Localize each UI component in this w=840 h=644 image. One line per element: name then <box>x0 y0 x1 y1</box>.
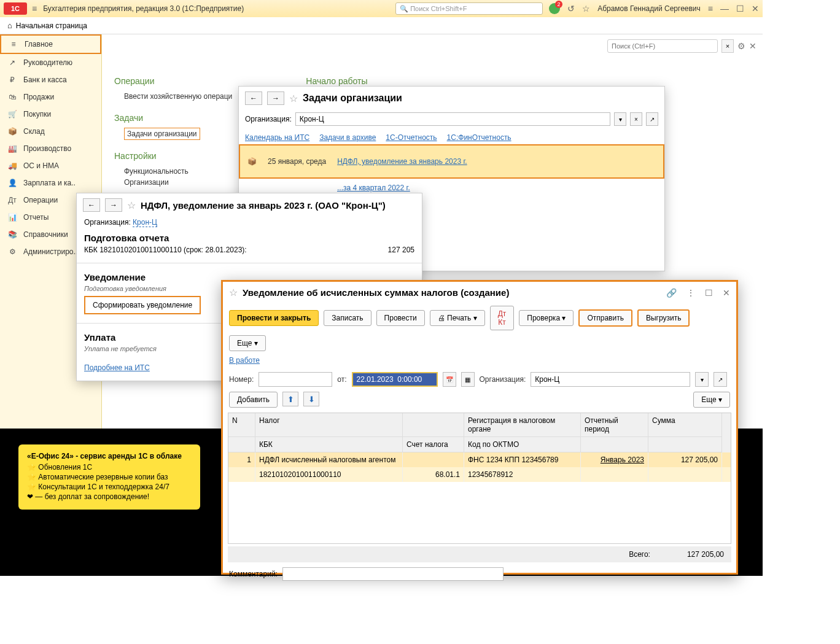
star-icon[interactable]: ☆ <box>582 4 590 14</box>
notifications-icon[interactable] <box>549 3 560 14</box>
section-settings: Настройки <box>114 151 232 161</box>
sidebar-item-bank[interactable]: ₽Банк и касса <box>0 71 101 88</box>
trend-icon: ↗ <box>7 58 17 67</box>
section-prep-title: Подготовка отчета <box>84 233 414 243</box>
clear-org-button[interactable]: × <box>630 112 642 126</box>
check-button[interactable]: Проверка ▾ <box>519 310 574 326</box>
link-its-calendar[interactable]: Календарь на ИТС <box>245 133 309 142</box>
link-organizations[interactable]: Организации <box>114 177 232 188</box>
link-icon[interactable]: 🔗 <box>666 288 677 298</box>
link-1c-fin-reporting[interactable]: 1С:ФинОтчетность <box>447 133 511 142</box>
date-input[interactable] <box>352 372 438 387</box>
maximize-icon[interactable]: ☐ <box>736 4 744 14</box>
more-table-button[interactable]: Еще ▾ <box>693 392 730 408</box>
hamburger-icon[interactable]: ≡ <box>32 4 37 14</box>
person-icon: 👤 <box>7 179 17 187</box>
org-link[interactable]: Крон-Ц <box>133 218 157 227</box>
export-button[interactable]: Выгрузить <box>637 309 690 327</box>
add-row-button[interactable]: Добавить <box>229 392 278 408</box>
forward-button[interactable]: → <box>105 198 122 212</box>
global-search-input[interactable]: 🔍 Поиск Ctrl+Shift+F <box>395 2 543 15</box>
sidebar-item-assets[interactable]: 🚚ОС и НМА <box>0 157 101 174</box>
history-icon[interactable]: ↺ <box>567 4 575 14</box>
sidebar-item-warehouse[interactable]: 📦Склад <box>0 123 101 140</box>
clear-search-button[interactable]: × <box>721 39 734 53</box>
number-input[interactable] <box>259 372 332 387</box>
close-page-icon[interactable]: ✕ <box>749 41 756 51</box>
link-archive-tasks[interactable]: Задачи в архиве <box>319 133 376 142</box>
save-button[interactable]: Записать <box>324 310 371 326</box>
total-label: Всего: <box>629 550 650 559</box>
kebab-icon[interactable]: ⋮ <box>686 288 695 298</box>
books-icon: 📚 <box>7 230 17 239</box>
post-close-button[interactable]: Провести и закрыть <box>229 310 319 326</box>
app-title: Бухгалтерия предприятия, редакция 3.0 (1… <box>43 4 395 13</box>
tax-table: N Налог Регистрация в налоговом органе О… <box>228 413 731 544</box>
dtkt-icon: Дт <box>7 196 17 204</box>
home-tab[interactable]: ⌂ Начальная страница <box>0 17 763 34</box>
section-start: Начало работы <box>306 76 367 86</box>
table-row[interactable]: 18210102010011000110 68.01.1 12345678912 <box>228 467 731 482</box>
favorite-icon[interactable]: ☆ <box>229 287 238 298</box>
gear-icon: ⚙ <box>7 247 17 256</box>
page-search-input[interactable] <box>607 39 718 53</box>
settings-icon[interactable]: ⚙ <box>737 41 745 51</box>
link-1c-reporting[interactable]: 1С-Отчетность <box>386 133 437 142</box>
move-up-button[interactable]: ⬆ <box>282 392 298 406</box>
maximize-icon[interactable]: ☐ <box>705 288 713 298</box>
print-button[interactable]: 🖨 Печать ▾ <box>430 310 485 326</box>
link-org-tasks[interactable]: Задачи организации <box>124 128 200 140</box>
amount-text: 127 205 <box>388 246 414 254</box>
panel2-title: НДФЛ, уведомление за январь 2023 г. (ОАО… <box>141 200 386 211</box>
link-enter-operation[interactable]: Ввести хозяйственную операци <box>114 91 232 102</box>
sidebar-item-manager[interactable]: ↗Руководителю <box>0 54 101 71</box>
dtkt-button[interactable]: ДтКт <box>490 306 515 330</box>
comment-input[interactable] <box>282 567 504 581</box>
link-functionality[interactable]: Функциональность <box>114 166 232 177</box>
sidebar-item-sales[interactable]: 🛍Продажи <box>0 88 101 106</box>
favorite-icon[interactable]: ☆ <box>127 200 136 211</box>
status-link[interactable]: В работе <box>229 356 260 365</box>
panel1-title: Задачи организации <box>303 93 402 104</box>
more-its-link[interactable]: Подробнее на ИТС <box>84 363 150 372</box>
username-label[interactable]: Абрамов Геннадий Сергеевич <box>597 4 701 13</box>
org-open-button[interactable]: ↗ <box>714 372 727 387</box>
period-button[interactable]: ▦ <box>461 372 475 387</box>
calendar-button[interactable]: 📅 <box>443 372 456 387</box>
back-button[interactable]: ← <box>245 91 262 105</box>
panel-create-notification: ☆ Уведомление об исчисленных суммах нало… <box>221 280 738 575</box>
favorite-icon[interactable]: ☆ <box>289 93 298 104</box>
org-input[interactable] <box>531 372 690 387</box>
total-value: 127 205,00 <box>687 550 724 559</box>
org-dropdown-button[interactable]: ▾ <box>695 372 709 387</box>
task-link-ndfl[interactable]: НДФЛ, уведомление за январь 2023 г. <box>337 157 467 166</box>
bag-icon: 🛍 <box>7 93 17 101</box>
close-icon[interactable]: ✕ <box>752 4 759 14</box>
forward-button[interactable]: → <box>267 91 284 105</box>
open-org-button[interactable]: ↗ <box>646 112 658 126</box>
kbk-text: КБК 18210102010011000110 (срок: 28.01.20… <box>84 246 247 254</box>
table-row[interactable]: 1 НДФЛ исчисленный налоговым агентом ФНС… <box>228 452 731 467</box>
task-row-highlighted[interactable]: 📦 25 января, среда НДФЛ, уведомление за … <box>239 144 664 179</box>
back-button[interactable]: ← <box>83 198 100 212</box>
chart-icon: 📊 <box>7 213 17 222</box>
promo-box: «Е-Офис 24» - сервис аренды 1С в облаке … <box>18 444 200 510</box>
list-icon: ≡ <box>9 40 18 48</box>
sidebar-item-salary[interactable]: 👤Зарплата и ка.. <box>0 174 101 192</box>
post-button[interactable]: Провести <box>376 310 425 326</box>
form-notification-button[interactable]: Сформировать уведомление <box>84 296 201 314</box>
minimize-icon[interactable]: — <box>720 4 729 14</box>
logo-1c-icon: 1C <box>4 2 27 15</box>
task-link-q4[interactable]: ...за 4 квартал 2022 г. <box>337 184 410 192</box>
sidebar-item-main[interactable]: ≡Главное <box>0 34 101 54</box>
move-down-button[interactable]: ⬇ <box>303 392 319 406</box>
send-button[interactable]: Отправить <box>578 309 632 327</box>
search-icon: 🔍 <box>400 5 408 13</box>
more-button[interactable]: Еще ▾ <box>229 335 266 351</box>
sidebar-item-purchases[interactable]: 🛒Покупки <box>0 106 101 123</box>
close-icon[interactable]: ✕ <box>723 288 730 298</box>
dropdown-button[interactable]: ▾ <box>614 112 626 126</box>
menu-icon[interactable]: ≡ <box>708 4 713 14</box>
sidebar-item-production[interactable]: 🏭Производство <box>0 140 101 157</box>
org-input[interactable] <box>295 112 610 126</box>
